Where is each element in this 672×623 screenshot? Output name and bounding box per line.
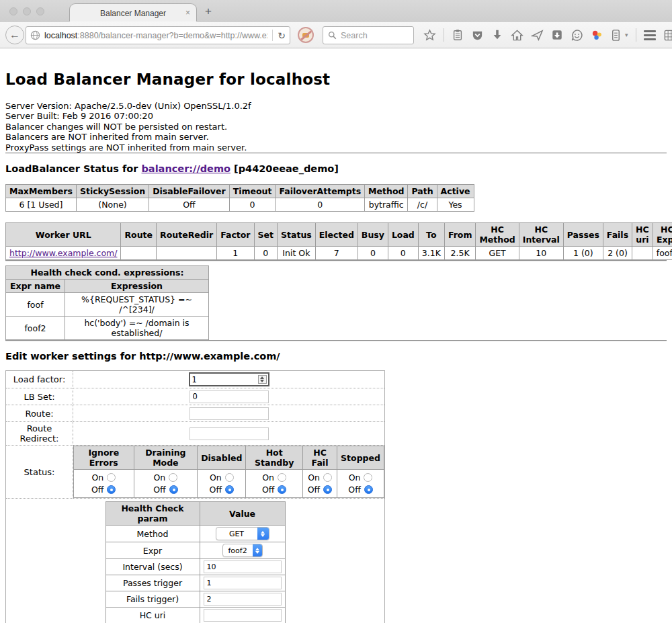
search-placeholder: Search <box>341 31 368 40</box>
header-cell: Value <box>200 502 285 526</box>
divider <box>5 260 667 261</box>
cell: 0 <box>229 198 276 212</box>
header-cell: HC Fail <box>302 446 337 470</box>
bookmark-star-icon[interactable] <box>423 29 436 42</box>
heading-text: LoadBalancer Status for <box>5 163 141 174</box>
feedback-smiley-icon[interactable] <box>571 29 583 42</box>
form-row: LB Set: <box>6 388 385 405</box>
window-minimize-button[interactable] <box>23 7 31 15</box>
radio-ignore-errors-on[interactable] <box>107 473 116 482</box>
container-icon[interactable] <box>611 29 621 42</box>
radio-stopped-off[interactable] <box>364 485 373 494</box>
interval-input[interactable] <box>204 560 282 573</box>
lb-set-input[interactable] <box>190 390 269 403</box>
header-cell: Passes <box>563 223 603 247</box>
header-cell: Draining Mode <box>134 446 198 470</box>
new-tab-button[interactable]: + <box>205 5 212 18</box>
route-input[interactable] <box>190 407 269 420</box>
method-label: Method <box>106 526 200 542</box>
back-button[interactable]: ← <box>5 26 24 44</box>
status-label: Status: <box>6 446 73 499</box>
header-cell: MaxMembers <box>6 185 77 198</box>
window-zoom-button[interactable] <box>36 7 44 15</box>
header-cell: Busy <box>358 223 388 247</box>
header-cell: HC Interval <box>519 223 563 247</box>
header-cell: Expr name <box>6 280 65 293</box>
cell: 10 <box>519 247 563 260</box>
cell: 0 <box>276 198 365 212</box>
fails-trigger-input[interactable] <box>204 593 282 606</box>
header-cell: Hot Standby <box>246 446 303 470</box>
radio-label: Off <box>210 485 222 495</box>
tab-close-icon[interactable]: × <box>185 8 190 17</box>
passes-trigger-input[interactable] <box>204 577 282 589</box>
home-icon[interactable] <box>511 29 523 42</box>
radio-label: Off <box>153 485 165 495</box>
status-options-table: Ignore Errors Draining Mode Disabled Hot… <box>73 446 384 498</box>
url-text[interactable]: localhost:8880/balancer-manager?b=demo&w… <box>44 31 267 40</box>
page-title: Load Balancer Manager for localhost <box>5 71 667 88</box>
server-built-line: Server Built: Feb 9 2016 07:00:20 <box>5 111 667 121</box>
divider <box>5 153 667 154</box>
number-stepper-icon[interactable] <box>258 375 267 384</box>
balancer-demo-link[interactable]: balancer://demo <box>141 163 230 174</box>
save-to-device-icon[interactable] <box>551 29 563 41</box>
route-redirect-input[interactable] <box>190 427 269 440</box>
cell: 0 <box>358 247 388 260</box>
radio-label: Off <box>308 485 320 495</box>
form-row: Health Check param Value Method GET <box>6 499 385 623</box>
load-factor-input-wrap <box>189 372 269 386</box>
header-cell: Ignore Errors <box>74 446 134 470</box>
radio-disabled-on[interactable] <box>225 473 234 482</box>
expr-select[interactable]: foof2 <box>222 544 263 557</box>
radio-ignore-errors-off[interactable] <box>107 485 116 494</box>
menu-icon[interactable] <box>644 30 656 40</box>
browser-tab[interactable]: Balancer Manager × <box>69 3 197 22</box>
load-factor-input[interactable] <box>190 374 268 385</box>
radio-disabled-off[interactable] <box>225 485 234 494</box>
hc-uri-input[interactable] <box>204 609 282 622</box>
worker-url-link[interactable]: http://www.example.com/ <box>9 248 117 258</box>
select-chevrons-icon <box>253 544 262 556</box>
radio-label: On <box>210 472 222 483</box>
chevron-down-icon[interactable]: ▾ <box>625 32 628 38</box>
load-factor-label: Load factor: <box>6 371 73 388</box>
pocket-icon[interactable] <box>471 29 484 42</box>
radio-hc-fail-off[interactable] <box>323 485 332 494</box>
route-label: Route: <box>6 405 73 422</box>
header-cell: Health Check param <box>106 502 200 526</box>
screenshot-grid-icon[interactable] <box>663 29 672 42</box>
radio-stopped-on[interactable] <box>364 473 372 482</box>
cell: %{REQUEST_STATUS} =~ /^[234]/ <box>65 293 209 317</box>
radio-draining-mode-off[interactable] <box>169 485 178 494</box>
hc-uri-label: HC uri <box>106 608 200 623</box>
url-host: localhost <box>44 31 77 40</box>
reload-icon[interactable]: ↻ <box>278 30 286 41</box>
edit-worker-form: Load factor: LB Set: Route: Route Redire… <box>5 370 385 623</box>
window-close-button[interactable] <box>9 7 17 15</box>
downloads-icon[interactable] <box>491 29 503 41</box>
adblock-disabled-icon[interactable] <box>298 27 314 43</box>
radio-label: On <box>91 472 103 483</box>
reading-list-icon[interactable] <box>452 29 464 41</box>
radio-hc-fail-on[interactable] <box>323 473 332 482</box>
method-select[interactable]: GET <box>216 527 269 540</box>
header-cell: StickySession <box>76 185 149 198</box>
radio-label: On <box>308 472 320 483</box>
header-cell: From <box>444 223 476 247</box>
radio-hot-standby-on[interactable] <box>278 473 286 482</box>
url-bar[interactable]: localhost:8880/balancer-manager?b=demo&w… <box>26 26 290 44</box>
heading-text: [p4420eeae_demo] <box>230 163 339 174</box>
edit-worker-heading: Edit worker settings for http://www.exam… <box>5 351 667 362</box>
header-cell: Active <box>437 185 474 198</box>
cell: 2 (0) <box>603 247 632 260</box>
radio-hot-standby-off[interactable] <box>278 485 286 494</box>
extension-colored-dots-icon[interactable] <box>591 29 603 42</box>
send-icon[interactable] <box>531 29 544 42</box>
form-row: Passes trigger <box>106 575 285 591</box>
radio-draining-mode-on[interactable] <box>169 473 177 482</box>
radio-label: On <box>262 472 274 483</box>
cell: Yes <box>437 198 474 212</box>
cell: 0 <box>388 247 418 260</box>
search-field[interactable]: Search <box>323 26 414 44</box>
